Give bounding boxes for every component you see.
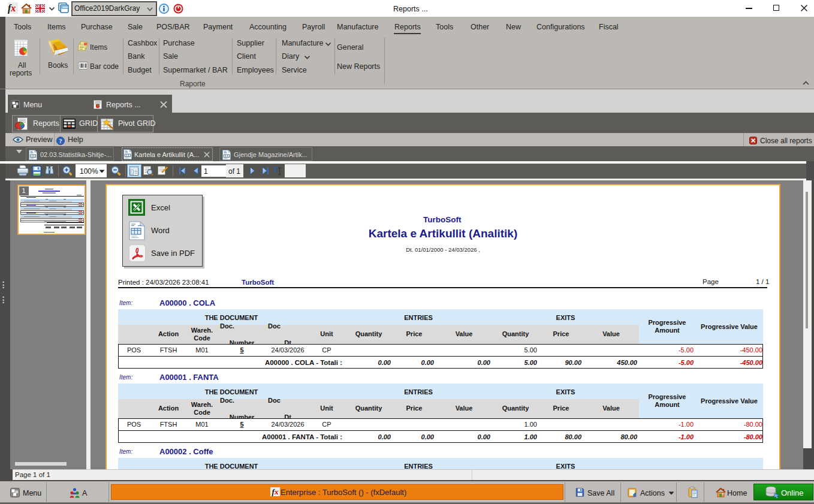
svg-text:?: ? (59, 138, 62, 144)
